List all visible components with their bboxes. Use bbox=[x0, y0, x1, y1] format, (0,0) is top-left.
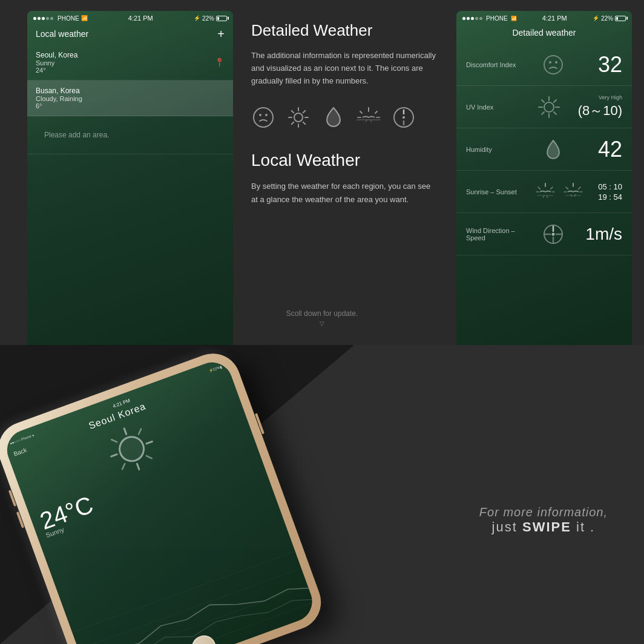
swipe-prefix: just bbox=[492, 519, 522, 534]
desc-label-busan: Cloudy, Raining bbox=[36, 95, 225, 102]
swipe-line1: For more information, bbox=[479, 505, 608, 519]
svg-line-11 bbox=[292, 122, 294, 125]
weather-item-placeholder: Please add an area. bbox=[27, 116, 233, 154]
svg-point-58 bbox=[116, 433, 147, 464]
wifi-icon-right: 📶 bbox=[511, 16, 517, 21]
svg-line-46 bbox=[579, 187, 581, 189]
humidity-icon-area bbox=[521, 139, 586, 160]
battery-pct-right: 22% bbox=[601, 15, 613, 22]
dot-r4 bbox=[475, 17, 478, 20]
dot-r1 bbox=[462, 17, 465, 20]
svg-point-57 bbox=[551, 232, 554, 235]
dot2 bbox=[38, 17, 41, 20]
weather-item-busan[interactable]: Busan, Korea Cloudy, Raining 6° bbox=[27, 80, 233, 116]
svg-point-24 bbox=[544, 56, 562, 74]
wind-value: 1m/s bbox=[585, 225, 622, 244]
svg-line-60 bbox=[137, 464, 139, 469]
svg-point-2 bbox=[265, 114, 268, 116]
sunrise-icon bbox=[534, 181, 556, 203]
sunset-time: 19 : 54 bbox=[598, 192, 622, 202]
svg-line-69 bbox=[85, 585, 307, 644]
app-title: Local weather bbox=[36, 29, 88, 39]
sunrise-row: Sunrise – Sunset bbox=[456, 171, 632, 213]
sunrise-times: 05 : 10 19 : 54 bbox=[598, 182, 622, 202]
svg-point-1 bbox=[259, 114, 261, 116]
add-area-label: Please add an area. bbox=[36, 122, 225, 148]
sunrise-time: 05 : 10 bbox=[598, 182, 622, 191]
weather-item-seoul[interactable]: Seoul, Korea Sunny 24° 📍 bbox=[27, 45, 233, 80]
svg-line-64 bbox=[146, 455, 152, 460]
humidity-drop-icon bbox=[545, 139, 562, 160]
city-label-busan: Busan, Korea bbox=[36, 87, 225, 95]
swipe-bold: SWIPE bbox=[522, 519, 571, 534]
sunset-icon bbox=[562, 181, 584, 203]
local-weather-panel: PHONE 📶 4:21 PM ⚡ 22% Local weather + Se… bbox=[27, 11, 233, 356]
status-bar-right: PHONE 📶 4:21 PM ⚡ 22% bbox=[456, 11, 632, 25]
status-left-right: PHONE 📶 bbox=[462, 15, 517, 22]
status-left: PHONE 📶 bbox=[33, 15, 88, 22]
humidity-value: 42 bbox=[586, 137, 622, 162]
discomfort-value: 32 bbox=[586, 52, 622, 77]
phone-chart-area bbox=[66, 534, 318, 644]
uv-sun-icon bbox=[537, 95, 561, 119]
demo-sunrise-icon bbox=[356, 105, 381, 130]
dot-r5 bbox=[479, 17, 482, 20]
phone-back-btn[interactable]: Back bbox=[13, 446, 28, 457]
battery-pct-left: 22% bbox=[202, 15, 214, 22]
power-button bbox=[255, 413, 264, 434]
svg-line-37 bbox=[538, 187, 540, 189]
uv-row: UV Index Very High (8～10) bbox=[456, 86, 632, 128]
svg-point-26 bbox=[555, 61, 557, 64]
svg-line-63 bbox=[111, 438, 117, 444]
status-right-right: ⚡ 22% bbox=[593, 15, 626, 22]
svg-line-65 bbox=[137, 429, 143, 434]
svg-line-59 bbox=[124, 429, 126, 434]
app-header: Local weather + bbox=[27, 25, 233, 45]
detailed-weather-title: Detailed Weather bbox=[251, 21, 438, 40]
svg-line-61 bbox=[111, 455, 117, 456]
uv-label: UV Index bbox=[466, 104, 521, 111]
svg-point-27 bbox=[544, 102, 554, 112]
battery-icon-right bbox=[615, 16, 626, 21]
dot-r3 bbox=[471, 17, 474, 20]
demo-sun-icon bbox=[286, 105, 310, 130]
svg-line-43 bbox=[547, 196, 548, 198]
uv-icon-area bbox=[521, 95, 578, 119]
swipe-text-area: For more information, just SWIPE it . bbox=[479, 505, 608, 535]
volume-down-button bbox=[16, 511, 24, 528]
svg-line-33 bbox=[554, 112, 556, 114]
add-button[interactable]: + bbox=[217, 28, 225, 40]
phone-mockup: ●●○○○ Phone ▾ 4:21 PM ⚡22%▮ Back Seoul K… bbox=[0, 347, 309, 644]
signal-dots bbox=[33, 17, 53, 20]
middle-panel: Detailed Weather The additional informat… bbox=[233, 0, 456, 345]
svg-line-9 bbox=[303, 122, 306, 125]
status-bar-left: PHONE 📶 4:21 PM ⚡ 22% bbox=[27, 11, 233, 25]
humidity-label: Humidity bbox=[466, 146, 521, 153]
compass-wind-icon bbox=[542, 223, 564, 245]
temp-label-busan: 6° bbox=[36, 102, 225, 110]
swipe-suffix: it . bbox=[571, 519, 595, 534]
svg-point-3 bbox=[294, 113, 303, 122]
svg-line-38 bbox=[551, 187, 553, 189]
discomfort-icon bbox=[542, 54, 564, 76]
wind-label: Wind Direction – Speed bbox=[466, 227, 521, 242]
signal-dots-right bbox=[462, 17, 482, 20]
right-app-title: Detailed weather bbox=[456, 25, 632, 44]
svg-line-51 bbox=[574, 194, 576, 197]
battery-fill-left bbox=[217, 17, 219, 20]
humidity-row: Humidity 42 bbox=[456, 128, 632, 171]
dot4 bbox=[46, 17, 49, 20]
swipe-line2: just SWIPE it . bbox=[479, 519, 608, 535]
time-label-left: 4:21 PM bbox=[128, 15, 153, 22]
svg-point-25 bbox=[549, 61, 551, 64]
demo-drop-icon bbox=[321, 105, 346, 130]
discomfort-row: Discomfort Index 32 bbox=[456, 44, 632, 86]
svg-line-14 bbox=[360, 111, 362, 113]
svg-line-19 bbox=[370, 120, 372, 122]
uv-very-high-label: Very High bbox=[599, 94, 622, 100]
svg-line-45 bbox=[566, 187, 568, 189]
demo-smiley-icon bbox=[251, 105, 275, 130]
time-label-right: 4:21 PM bbox=[542, 15, 567, 22]
top-section: PHONE 📶 4:21 PM ⚡ 22% Local weather + Se… bbox=[0, 0, 644, 345]
bluetooth-icon-right: ⚡ bbox=[593, 15, 599, 21]
